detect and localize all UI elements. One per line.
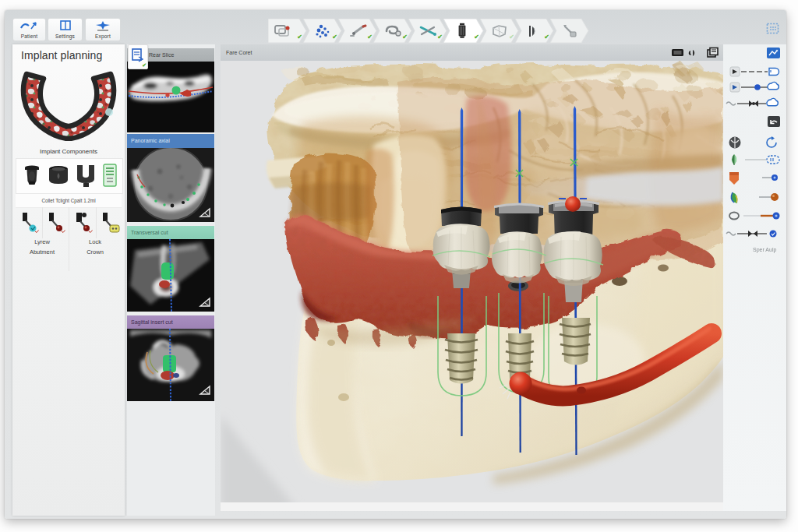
svg-text:Sper Aulp: Sper Aulp [753,247,776,253]
